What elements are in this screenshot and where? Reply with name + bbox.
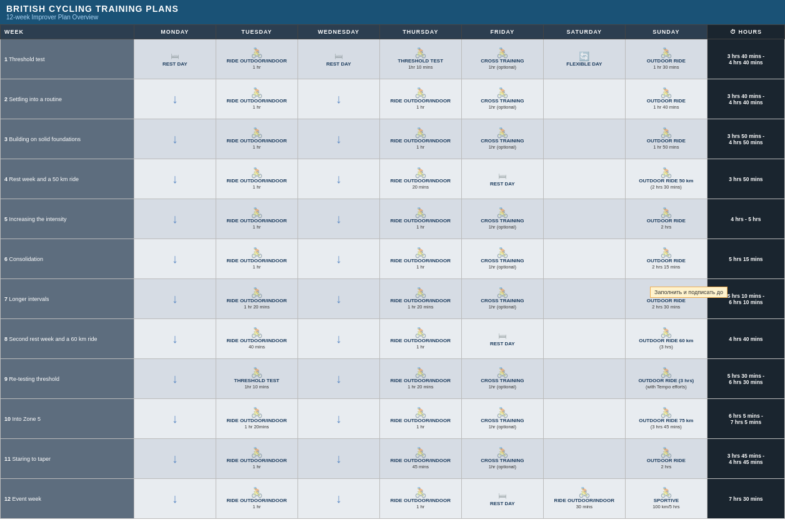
activity-title: RIDE OUTDOOR/INDOOR bbox=[391, 98, 451, 104]
bike-icon: 🚴 bbox=[496, 448, 509, 458]
rest-day-label: REST DAY bbox=[162, 61, 188, 67]
hours-cell: 5 hrs 10 mins -6 hrs 10 mins bbox=[707, 279, 784, 319]
arrow-cell: ↓ bbox=[298, 79, 379, 119]
activity-duration: 1 hr bbox=[416, 344, 424, 350]
bike-icon: 🚴 bbox=[660, 88, 672, 98]
activity-cell: 🚴 OUTDOOR RIDE 2 hrs 15 mins bbox=[625, 239, 707, 279]
activity-duration: 1 hr bbox=[252, 464, 261, 470]
table-row: 11 Staring to taper ↓ 🚴 RIDE OUTDOOR/IND… bbox=[1, 439, 785, 479]
week-label-cell: 11 Staring to taper bbox=[1, 439, 134, 479]
arrow-cell: ↓ bbox=[134, 119, 216, 159]
activity-duration: 1hr (optional) bbox=[489, 224, 516, 230]
bike-icon: 🚴 bbox=[496, 128, 509, 138]
activity-duration: 2 hrs 30 mins bbox=[652, 304, 680, 310]
activity-title: SPORTIVE bbox=[654, 498, 679, 504]
week-number: 11 bbox=[4, 456, 11, 462]
activity-duration: 1hr 10 mins bbox=[408, 64, 432, 70]
empty-cell bbox=[543, 199, 625, 239]
page-subtitle: 12-week Improver Plan Overview bbox=[6, 14, 779, 21]
activity-title: CROSS TRAINING bbox=[481, 138, 524, 144]
rest-icon: 🛏 bbox=[498, 331, 507, 341]
down-arrow-icon: ↓ bbox=[172, 172, 178, 186]
down-arrow-icon: ↓ bbox=[336, 212, 342, 226]
hours-cell: 3 hrs 45 mins -4 hrs 45 mins bbox=[707, 439, 784, 479]
activity-cell: 🚴 CROSS TRAINING 1hr (optional) bbox=[461, 199, 543, 239]
activity-cell: 🚴 RIDE OUTDOOR/INDOOR 1 hr 20 mins bbox=[379, 359, 461, 399]
bike-icon: 🚴 bbox=[251, 168, 263, 178]
bike-icon: 🚴 bbox=[414, 328, 427, 338]
activity-cell: 🚴 RIDE OUTDOOR/INDOOR 1 hr bbox=[379, 79, 461, 119]
activity-title: OUTDOOR RIDE bbox=[647, 458, 686, 464]
activity-title: RIDE OUTDOOR/INDOOR bbox=[227, 138, 287, 144]
activity-title: RIDE OUTDOOR/INDOOR bbox=[391, 138, 451, 144]
arrow-cell: ↓ bbox=[134, 279, 216, 319]
activity-duration: 45 mins bbox=[412, 464, 429, 470]
down-arrow-icon: ↓ bbox=[336, 451, 342, 466]
activity-title: RIDE OUTDOOR/INDOOR bbox=[227, 498, 287, 504]
activity-duration: 20 mins bbox=[412, 184, 429, 190]
table-row: 10 Into Zone 5 ↓ 🚴 RIDE OUTDOOR/INDOOR 1… bbox=[1, 399, 785, 439]
week-number: 12 bbox=[4, 496, 11, 502]
week-number: 4 bbox=[4, 176, 8, 182]
bike-icon: 🚴 bbox=[414, 248, 427, 258]
down-arrow-icon: ↓ bbox=[336, 332, 342, 346]
activity-cell: 🚴 RIDE OUTDOOR/INDOOR 40 mins bbox=[216, 319, 298, 359]
bike-icon: 🚴 bbox=[496, 408, 509, 418]
activity-title: OUTDOOR RIDE bbox=[647, 58, 686, 64]
training-table: WEEK MONDAY TUESDAY WEDNESDAY THURSDAY F… bbox=[0, 24, 785, 519]
rest-day-label: REST DAY bbox=[490, 181, 515, 187]
activity-duration: 100 km/5 hrs bbox=[652, 504, 679, 510]
arrow-cell: ↓ bbox=[134, 359, 216, 399]
activity-title: RIDE OUTDOOR/INDOOR bbox=[391, 218, 451, 224]
activity-title: RIDE OUTDOOR/INDOOR bbox=[227, 338, 287, 344]
hours-cell: 3 hrs 40 mins -4 hrs 40 mins bbox=[707, 39, 784, 79]
down-arrow-icon: ↓ bbox=[336, 92, 342, 106]
down-arrow-icon: ↓ bbox=[172, 332, 178, 346]
activity-title: RIDE OUTDOOR/INDOOR bbox=[227, 98, 287, 104]
page-header: BRITISH CYCLING TRAINING PLANS 12-week I… bbox=[0, 0, 785, 24]
activity-duration: 1 hr bbox=[252, 64, 261, 70]
col-header-tuesday: TUESDAY bbox=[216, 25, 298, 39]
activity-cell: 🚴 RIDE OUTDOOR/INDOOR 1 hr bbox=[216, 119, 298, 159]
bike-icon: 🚴 bbox=[660, 208, 672, 218]
activity-title: OUTDOOR RIDE 60 km bbox=[639, 338, 693, 344]
col-header-week: WEEK bbox=[1, 25, 134, 39]
activity-duration: 1 hr bbox=[416, 104, 424, 110]
table-row: 3 Building on solid foundations ↓ 🚴 RIDE… bbox=[1, 119, 785, 159]
activity-title: THRESHOLD TEST bbox=[398, 58, 443, 64]
activity-duration: 1 hr bbox=[252, 144, 261, 150]
rest-day-cell: 🛏 REST DAY bbox=[134, 39, 216, 79]
hours-cell: 3 hrs 50 mins bbox=[707, 159, 784, 199]
activity-title: RIDE OUTDOOR/INDOOR bbox=[227, 218, 287, 224]
empty-cell bbox=[543, 439, 625, 479]
week-number: 9 bbox=[4, 376, 8, 382]
rest-day-cell: 🛏 REST DAY bbox=[461, 479, 543, 519]
week-number: 1 bbox=[4, 56, 8, 62]
empty-cell bbox=[543, 119, 625, 159]
table-row: 5 Increasing the intensity ↓ 🚴 RIDE OUTD… bbox=[1, 199, 785, 239]
bike-icon: 🚴 bbox=[414, 368, 427, 378]
week-description: Staring to taper bbox=[12, 456, 51, 462]
activity-cell: 🚴 CROSS TRAINING 1hr (optional) bbox=[461, 439, 543, 479]
bike-icon: 🚴 bbox=[251, 488, 263, 498]
activity-duration: 1hr (optional) bbox=[489, 304, 516, 310]
activity-cell: 🚴 OUTDOOR RIDE (3 hrs) (with Tempo effor… bbox=[625, 359, 707, 399]
activity-duration: 1hr (optional) bbox=[489, 104, 516, 110]
arrow-cell: ↓ bbox=[134, 439, 216, 479]
col-header-monday: MONDAY bbox=[134, 25, 216, 39]
week-description: Longer intervals bbox=[9, 296, 49, 302]
activity-title: RIDE OUTDOOR/INDOOR bbox=[391, 458, 451, 464]
col-header-saturday: SATURDAY bbox=[543, 25, 625, 39]
header-row: WEEK MONDAY TUESDAY WEDNESDAY THURSDAY F… bbox=[1, 25, 785, 39]
bike-icon: 🚴 bbox=[251, 128, 263, 138]
empty-cell bbox=[543, 359, 625, 399]
activity-cell: 🚴 CROSS TRAINING 1hr (optional) bbox=[461, 399, 543, 439]
activity-cell: 🚴 RIDE OUTDOOR/INDOOR 1 hr bbox=[216, 239, 298, 279]
rest-day-label: REST DAY bbox=[490, 341, 515, 347]
week-number: 8 bbox=[4, 336, 8, 342]
week-description: Threshold test bbox=[9, 56, 44, 62]
activity-cell: 🚴 OUTDOOR RIDE 75 km (3 hrs 45 mins) bbox=[625, 399, 707, 439]
table-row: 4 Rest week and a 50 km ride ↓ 🚴 RIDE OU… bbox=[1, 159, 785, 199]
rest-day-cell: 🛏 REST DAY bbox=[461, 319, 543, 359]
hours-cell: 5 hrs 15 mins bbox=[707, 239, 784, 279]
